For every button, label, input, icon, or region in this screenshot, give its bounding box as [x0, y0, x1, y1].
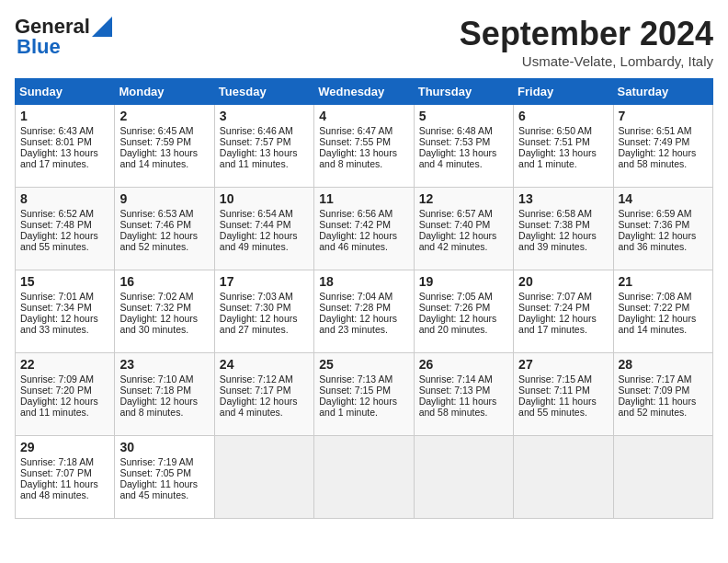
day-info-line: and 52 minutes. [119, 241, 209, 252]
day-info-line: Sunrise: 7:13 AM [319, 373, 408, 385]
calendar-cell: 2Sunrise: 6:45 AMSunset: 7:59 PMDaylight… [115, 105, 214, 188]
day-number: 10 [220, 191, 309, 206]
day-number: 24 [220, 357, 309, 372]
day-number: 28 [619, 357, 708, 372]
location: Usmate-Velate, Lombardy, Italy [460, 53, 713, 69]
day-info-line: Sunset: 7:59 PM [119, 136, 209, 147]
day-info-line: Sunrise: 7:05 AM [419, 291, 508, 302]
title-area: September 2024 Usmate-Velate, Lombardy, … [460, 15, 713, 69]
day-number: 23 [119, 357, 209, 372]
day-info-line: Sunset: 7:40 PM [419, 219, 508, 230]
day-info-line: Daylight: 12 hours [419, 230, 508, 241]
calendar-cell: 9Sunrise: 6:53 AMSunset: 7:46 PMDaylight… [115, 188, 214, 270]
calendar-cell: 1Sunrise: 6:43 AMSunset: 8:01 PMDaylight… [16, 105, 115, 188]
day-info-line: Sunset: 7:44 PM [220, 219, 309, 230]
day-number: 9 [119, 191, 209, 206]
day-info-line: and 45 minutes. [119, 489, 209, 500]
day-info-line: Sunset: 7:13 PM [419, 385, 508, 396]
day-info-line: Sunset: 7:55 PM [319, 136, 408, 147]
day-number: 27 [518, 357, 608, 372]
day-number: 19 [419, 274, 508, 289]
day-number: 14 [619, 191, 708, 206]
calendar-cell [613, 436, 712, 519]
day-info-line: Sunrise: 6:58 AM [518, 208, 608, 219]
day-info-line: Daylight: 12 hours [619, 313, 708, 324]
day-info-line: Daylight: 12 hours [20, 230, 109, 241]
day-info-line: Daylight: 12 hours [20, 313, 109, 324]
day-info-line: Sunset: 7:05 PM [119, 467, 209, 478]
day-info-line: Daylight: 12 hours [319, 230, 408, 241]
day-info-line: Sunset: 7:18 PM [119, 385, 209, 396]
day-info-line: Sunset: 7:34 PM [20, 302, 109, 313]
day-info-line: Daylight: 12 hours [220, 313, 309, 324]
day-info-line: Sunset: 7:32 PM [119, 302, 209, 313]
day-info-line: Daylight: 12 hours [619, 230, 708, 241]
day-number: 13 [518, 191, 608, 206]
day-number: 26 [419, 357, 508, 372]
day-info-line: Daylight: 12 hours [220, 230, 309, 241]
calendar-cell [314, 436, 414, 519]
day-number: 15 [20, 274, 109, 289]
day-info-line: Sunset: 7:46 PM [119, 219, 209, 230]
day-info-line: Daylight: 12 hours [119, 396, 209, 407]
calendar-cell: 30Sunrise: 7:19 AMSunset: 7:05 PMDayligh… [115, 436, 214, 519]
calendar-cell: 3Sunrise: 6:46 AMSunset: 7:57 PMDaylight… [214, 105, 313, 188]
day-info-line: Sunset: 7:20 PM [20, 385, 109, 396]
day-info-line: and 46 minutes. [319, 241, 408, 252]
day-info-line: Sunrise: 7:19 AM [119, 456, 209, 467]
calendar-week-4: 22Sunrise: 7:09 AMSunset: 7:20 PMDayligh… [16, 353, 713, 436]
calendar-week-3: 15Sunrise: 7:01 AMSunset: 7:34 PMDayligh… [16, 270, 713, 353]
day-number: 11 [319, 191, 408, 206]
day-info-line: Daylight: 12 hours [518, 230, 608, 241]
day-info-line: Sunset: 7:42 PM [319, 219, 408, 230]
day-info-line: Daylight: 11 hours [20, 478, 109, 489]
day-info-line: Sunset: 7:38 PM [518, 219, 608, 230]
day-info-line: Sunset: 7:51 PM [518, 136, 608, 147]
day-info-line: and 27 minutes. [220, 324, 309, 335]
day-info-line: and 17 minutes. [518, 324, 608, 335]
calendar-cell: 14Sunrise: 6:59 AMSunset: 7:36 PMDayligh… [613, 188, 712, 270]
calendar-cell: 20Sunrise: 7:07 AMSunset: 7:24 PMDayligh… [514, 270, 613, 353]
day-number: 18 [319, 274, 408, 289]
day-info-line: and 42 minutes. [419, 241, 508, 252]
day-info-line: Daylight: 12 hours [319, 313, 408, 324]
day-info-line: and 8 minutes. [319, 158, 408, 169]
day-info-line: Sunrise: 7:02 AM [119, 291, 209, 302]
day-info-line: Daylight: 13 hours [20, 147, 109, 158]
day-info-line: Sunset: 7:11 PM [518, 385, 608, 396]
day-info-line: Sunrise: 6:47 AM [319, 125, 408, 136]
day-number: 8 [20, 191, 109, 206]
day-info-line: and 55 minutes. [20, 241, 109, 252]
calendar-cell: 28Sunrise: 7:17 AMSunset: 7:09 PMDayligh… [613, 353, 712, 436]
day-info-line: and 36 minutes. [619, 241, 708, 252]
day-number: 6 [518, 109, 608, 123]
day-number: 5 [419, 109, 508, 123]
calendar-cell: 29Sunrise: 7:18 AMSunset: 7:07 PMDayligh… [16, 436, 115, 519]
day-info-line: Sunrise: 6:57 AM [419, 208, 508, 219]
day-info-line: Sunrise: 7:03 AM [220, 291, 309, 302]
day-info-line: and 17 minutes. [20, 158, 109, 169]
day-info-line: Sunset: 7:07 PM [20, 467, 109, 478]
calendar-cell: 21Sunrise: 7:08 AMSunset: 7:22 PMDayligh… [613, 270, 712, 353]
logo-arrow-icon [92, 17, 112, 37]
day-info-line: Sunset: 8:01 PM [20, 136, 109, 147]
day-info-line: Sunset: 7:24 PM [518, 302, 608, 313]
calendar-cell: 27Sunrise: 7:15 AMSunset: 7:11 PMDayligh… [514, 353, 613, 436]
day-info-line: and 49 minutes. [220, 241, 309, 252]
day-info-line: and 55 minutes. [518, 407, 608, 418]
calendar-header-row: SundayMondayTuesdayWednesdayThursdayFrid… [16, 79, 713, 105]
day-info-line: Daylight: 12 hours [220, 396, 309, 407]
day-number: 29 [20, 440, 109, 454]
day-info-line: Daylight: 12 hours [119, 230, 209, 241]
day-info-line: Sunrise: 6:59 AM [619, 208, 708, 219]
day-info-line: Sunset: 7:09 PM [619, 385, 708, 396]
day-info-line: Sunrise: 6:52 AM [20, 208, 109, 219]
day-info-line: Sunset: 7:36 PM [619, 219, 708, 230]
day-number: 25 [319, 357, 408, 372]
day-number: 21 [619, 274, 708, 289]
col-header-tuesday: Tuesday [214, 79, 313, 105]
day-number: 2 [119, 109, 209, 123]
day-info-line: Daylight: 11 hours [518, 396, 608, 407]
day-info-line: and 4 minutes. [220, 407, 309, 418]
calendar-cell: 18Sunrise: 7:04 AMSunset: 7:28 PMDayligh… [314, 270, 414, 353]
